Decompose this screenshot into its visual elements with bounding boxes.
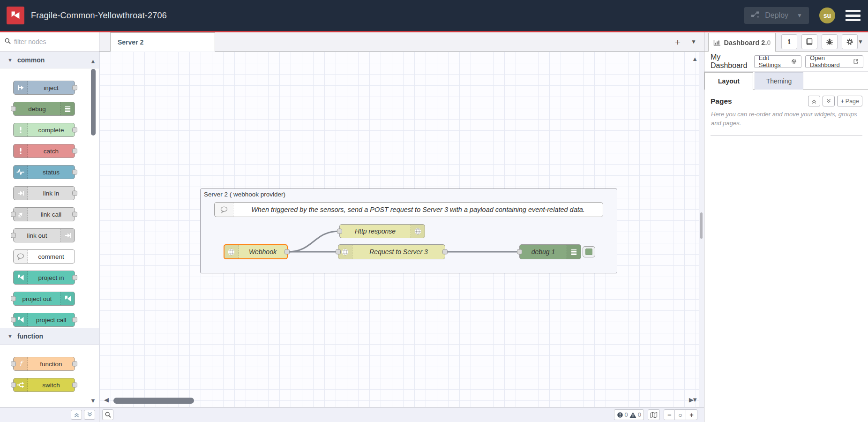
zoom-out-button[interactable]: − (664, 409, 675, 420)
expand-all-button[interactable] (84, 410, 95, 420)
comment-text: When triggered by the sensors, send a PO… (233, 203, 603, 217)
plus-icon: + (840, 98, 844, 105)
navigator-button[interactable] (648, 409, 660, 420)
deploy-button[interactable]: Deploy ▼ (744, 7, 809, 24)
node-input-port[interactable] (336, 249, 341, 255)
palette-node-project-call[interactable]: project call (13, 313, 75, 327)
palette-node-link-in[interactable]: link in (13, 186, 75, 200)
double-chevron-down-icon (826, 98, 831, 104)
flow-list-caret-icon[interactable]: ▼ (691, 38, 696, 45)
scroll-down-icon[interactable]: ▼ (90, 397, 96, 404)
palette-node-label: link out (14, 229, 60, 242)
canvas-search-button[interactable] (102, 409, 113, 420)
palette-node-debug[interactable]: debug (13, 102, 75, 116)
canvas-vertical-scrollbar-thumb[interactable] (700, 212, 703, 239)
tab-config[interactable] (842, 34, 858, 49)
zoom-in-button[interactable]: + (686, 409, 697, 420)
palette-node-link-call[interactable]: link call (13, 207, 75, 221)
node-output-port[interactable] (72, 275, 77, 280)
palette-node-comment[interactable]: comment (13, 249, 75, 264)
palette-category-function[interactable]: ▼function (0, 328, 99, 345)
pages-description: Here you can re-order and move your widg… (704, 109, 868, 128)
main-menu-button[interactable] (846, 10, 861, 21)
flow-node-request-to-server-3[interactable]: Request to Server 3 (338, 244, 445, 259)
notifications-counter-button[interactable]: 0 0 (614, 409, 644, 420)
node-input-port[interactable] (11, 383, 16, 388)
sidebar-tabs-caret-icon[interactable]: ▼ (858, 38, 863, 51)
node-input-port[interactable] (11, 362, 16, 367)
tab-info[interactable]: i (781, 34, 797, 49)
palette-node-label: function (28, 357, 75, 370)
node-output-port[interactable] (72, 362, 77, 367)
palette-node-label: project in (28, 271, 75, 284)
palette-node-project-in[interactable]: project in (13, 271, 75, 285)
palette-node-project-out[interactable]: project out (13, 292, 75, 306)
palette-node-link-out[interactable]: link out (13, 228, 75, 242)
tab-help[interactable] (801, 34, 817, 49)
palette-node-complete[interactable]: complete (13, 123, 75, 137)
flow-canvas[interactable]: Server 2 ( webhook provider) When trigge… (99, 52, 704, 407)
flow-node-webhook[interactable]: Webhook (224, 244, 288, 259)
tab-debug[interactable] (822, 34, 838, 49)
user-avatar[interactable]: su (819, 8, 835, 23)
sidebar-divider (711, 135, 862, 136)
node-input-port[interactable] (337, 229, 342, 234)
node-output-port[interactable] (442, 249, 448, 255)
canvas-horizontal-scrollbar-thumb[interactable] (113, 398, 194, 404)
add-flow-button[interactable]: + (675, 37, 681, 47)
tab-dashboard-2[interactable]: Dashboard 2.0 (708, 33, 776, 52)
palette-search[interactable] (0, 32, 99, 52)
palette-node-catch[interactable]: catch (13, 144, 75, 158)
node-output-port[interactable] (72, 170, 77, 175)
node-input-port[interactable] (11, 106, 16, 112)
flow-node-comment[interactable]: When triggered by the sensors, send a PO… (214, 202, 603, 217)
group-label: Server 2 ( webhook provider) (201, 189, 289, 200)
node-output-port[interactable] (72, 191, 77, 196)
move-page-up-button[interactable] (808, 96, 820, 106)
edit-settings-button[interactable]: Edit Settings (754, 55, 801, 68)
list-icon (570, 249, 577, 256)
palette-scrollbar-thumb[interactable] (91, 69, 96, 136)
node-input-port[interactable] (11, 233, 16, 238)
external-link-icon (853, 58, 859, 65)
flow-node-http-response[interactable]: Http response (339, 224, 425, 238)
palette-node-status[interactable]: status (13, 165, 75, 179)
deploy-dropdown-caret-icon[interactable]: ▼ (797, 12, 802, 19)
node-red-logo-icon (7, 7, 24, 24)
link-call-icon (17, 211, 24, 218)
node-output-port[interactable] (72, 128, 77, 133)
node-input-port[interactable] (11, 212, 16, 217)
palette-node-function[interactable]: ffunction (13, 357, 75, 371)
node-output-port[interactable] (284, 249, 290, 255)
add-page-button[interactable]: + Page (837, 96, 862, 106)
palette-node-switch[interactable]: switch (13, 378, 75, 392)
palette-scrollbar[interactable]: ▲ ▼ (90, 57, 97, 405)
canvas-scroll-left-icon[interactable]: ◀ (104, 396, 109, 403)
flow-tab-server-2[interactable]: Server 2 (110, 32, 215, 52)
canvas-scroll-up-icon[interactable]: ▲ (692, 55, 698, 62)
palette-node-inject[interactable]: inject (13, 81, 75, 95)
node-output-port[interactable] (72, 317, 77, 323)
move-page-down-button[interactable] (823, 96, 835, 106)
collapse-all-button[interactable] (71, 410, 82, 420)
debug-toggle-button[interactable] (583, 246, 595, 257)
dashboard-title: My Dashboard (711, 53, 754, 70)
node-input-port[interactable] (11, 317, 16, 323)
pages-section-header: Pages + Page (704, 90, 868, 109)
tab-layout[interactable]: Layout (704, 72, 753, 90)
deploy-icon (751, 10, 760, 21)
flow-node-debug-1[interactable]: debug 1 (519, 244, 581, 259)
open-dashboard-button[interactable]: Open Dashboard (805, 55, 863, 68)
tab-theming[interactable]: Theming (755, 72, 803, 90)
palette-search-input[interactable] (14, 38, 80, 45)
zoom-reset-button[interactable]: ○ (675, 409, 686, 420)
node-input-port[interactable] (517, 249, 522, 255)
palette-category-common[interactable]: ▼common (0, 52, 99, 68)
scroll-up-icon[interactable]: ▲ (90, 58, 96, 65)
node-output-port[interactable] (72, 85, 77, 90)
node-output-port[interactable] (72, 149, 77, 154)
node-input-port[interactable] (11, 296, 16, 301)
node-output-port[interactable] (72, 212, 77, 217)
node-output-port[interactable] (72, 383, 77, 388)
canvas-scroll-right-icon[interactable]: ▶ (689, 396, 694, 403)
